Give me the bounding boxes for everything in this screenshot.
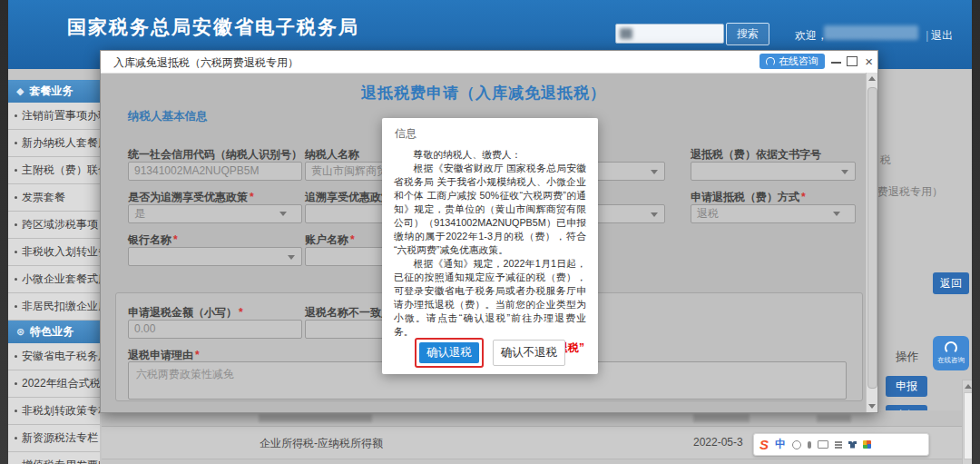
- chevron-down-icon: [833, 212, 840, 216]
- credit-code-input[interactable]: 91341002MA2NUQPB5M: [128, 162, 302, 181]
- sidebar-section-header[interactable]: ⊛ 特色业务: [8, 321, 100, 343]
- doc-number-dropdown[interactable]: [691, 162, 856, 181]
- info-dialog: 信息 尊敬的纳税人、缴费人： 根据《安徽省财政厅 国家税务总局安徽省税务局 关于…: [382, 118, 598, 374]
- scroll-up-icon[interactable]: [965, 384, 972, 389]
- dialog-paragraph: 根据《通知》规定，2022年1月1日起，已征的按照通知规定应予减征的税（费），可…: [394, 257, 586, 339]
- taxpayer-name-label: 纳税人名称: [305, 147, 359, 163]
- sidebar-item-label: 新办纳税人套餐服务: [22, 135, 100, 151]
- minimize-icon[interactable]: [831, 62, 841, 64]
- search-button[interactable]: 搜索: [726, 23, 769, 45]
- modal-scrollbar[interactable]: [866, 73, 877, 412]
- chevron-down-icon: [279, 212, 287, 216]
- left-edge-strip: [0, 0, 8, 464]
- bg-text-fragment-tax: 税: [880, 153, 891, 168]
- online-consult-button[interactable]: 在线咨询: [760, 54, 825, 69]
- sidebar-item[interactable]: 非居民扣缴企业所: [8, 293, 100, 321]
- sidebar-item[interactable]: 新资源税法专栏: [8, 425, 100, 452]
- sidebar-item[interactable]: 新办纳税人套餐服务: [8, 130, 100, 157]
- doc-number-label: 退抵税（费）依据文书字号: [691, 147, 821, 163]
- retro-policy-label: 追溯享受优惠政策: [305, 190, 392, 205]
- method-label: 申请退抵税（费）方式*: [691, 190, 806, 205]
- ime-chinese-mode-icon[interactable]: 中: [775, 437, 786, 452]
- dialog-paragraph: 根据《安徽省财政厅 国家税务总局安徽省税务局 关于我省小规模纳税人、小微企业和个…: [394, 162, 586, 257]
- bank-dropdown[interactable]: [128, 247, 302, 266]
- search-input[interactable]: [615, 24, 724, 44]
- amount-label: 申请退税金额（小写）*: [128, 305, 243, 321]
- bullet-icon: [15, 169, 17, 172]
- amount-input[interactable]: 0.00: [128, 320, 302, 339]
- decline-refund-button[interactable]: 确认不退税: [493, 340, 565, 366]
- sidebar-item[interactable]: 非税划转政策专栏: [8, 398, 100, 425]
- ime-keyboard-icon[interactable]: [818, 440, 828, 449]
- sidebar-item[interactable]: 安徽省电子税务局: [8, 343, 100, 370]
- headset-icon: [945, 341, 957, 354]
- sidebar-item-label: 主附税（费）联合: [22, 163, 100, 178]
- bullet-icon: [15, 142, 17, 144]
- chevron-down-icon: [288, 255, 295, 260]
- retro-dropdown[interactable]: 是: [128, 204, 302, 223]
- sidebar-item-label: 2022年组合式税: [22, 376, 100, 391]
- bullet-icon: [15, 251, 17, 253]
- sidebar-item[interactable]: 跨区域涉税事项: [8, 212, 100, 239]
- modal-title: 入库减免退抵税（六税两费退税专用）: [113, 55, 299, 71]
- ime-emoji-icon[interactable]: [792, 440, 801, 449]
- retro-label: 是否为追溯享受优惠政策*: [128, 190, 254, 205]
- scroll-down-icon[interactable]: [868, 404, 876, 409]
- section-icon: ◆: [16, 85, 24, 97]
- chevron-down-icon: [841, 170, 848, 174]
- sidebar-item[interactable]: 小微企业套餐式服: [8, 266, 100, 293]
- sidebar-section: ◆ 套餐业务 注销前置事项办理新办纳税人套餐服务主附税（费）联合发票套餐跨区域涉…: [8, 80, 100, 321]
- ime-mic-icon[interactable]: [808, 441, 811, 449]
- sidebar-item-label: 跨区域涉税事项: [22, 217, 98, 232]
- sidebar-item[interactable]: 注销前置事项办理: [8, 103, 100, 130]
- sidebar-item-label: 非居民扣缴企业所: [22, 299, 100, 314]
- dialog-greeting: 尊敬的纳税人、缴费人：: [394, 148, 586, 162]
- sidebar-item[interactable]: 2022年组合式税: [8, 370, 100, 398]
- bullet-icon: [15, 114, 17, 117]
- scrollbar-thumb[interactable]: [867, 87, 877, 389]
- sidebar-item[interactable]: 增值税专用发票电子化专栏: [8, 452, 100, 464]
- ime-toolbox-icon[interactable]: [863, 440, 871, 449]
- sidebar: ◆ 套餐业务 注销前置事项办理新办纳税人套餐服务主附税（费）联合发票套餐跨区域涉…: [8, 80, 100, 464]
- sidebar-item-label: 增值税专用发票电子化专栏: [22, 458, 100, 464]
- chevron-down-icon: [651, 170, 658, 174]
- red-highlight-box: 确认退税: [415, 338, 484, 368]
- mismatch-label: 退税名称不一致原: [305, 305, 392, 321]
- ime-more-icon[interactable]: [835, 444, 842, 446]
- close-icon[interactable]: ×: [865, 54, 873, 69]
- sidebar-item-label: 新资源税法专栏: [22, 430, 98, 446]
- sidebar-item[interactable]: 非税收入划转业务: [8, 239, 100, 266]
- float-button-label: 在线咨询: [937, 356, 965, 365]
- blurred-row-text: [259, 414, 372, 422]
- sidebar-section-header[interactable]: ◆ 套餐业务: [8, 80, 100, 103]
- right-edge-strip: [972, 0, 980, 464]
- declare-button[interactable]: 申报: [886, 376, 927, 397]
- dialog-title: 信息: [395, 126, 416, 142]
- username-redacted: [824, 25, 918, 40]
- bullet-icon: [15, 382, 17, 385]
- online-consult-label: 在线咨询: [779, 54, 818, 68]
- sidebar-item-label: 注销前置事项办理: [22, 108, 100, 123]
- bullet-icon: [15, 437, 17, 439]
- ime-skin-icon[interactable]: [848, 441, 857, 449]
- site-title: 国家税务总局安徽省电子税务局: [67, 15, 359, 40]
- method-dropdown[interactable]: 退税: [691, 204, 856, 223]
- account-label: 账户名称*: [305, 232, 355, 248]
- sogou-logo-icon[interactable]: S: [760, 437, 769, 452]
- sidebar-item[interactable]: 发票套餐: [8, 184, 100, 212]
- ime-toolbar[interactable]: S 中: [753, 433, 929, 456]
- blurred-row-date: [693, 414, 750, 422]
- bullet-icon: [15, 196, 17, 199]
- modal-titlebar: 入库减免退抵税（六税两费退税专用） 在线咨询 ×: [101, 51, 877, 74]
- bullet-icon: [15, 355, 17, 358]
- back-button[interactable]: 返回: [933, 272, 969, 294]
- sidebar-item-label: 非税收入划转业务: [22, 244, 100, 260]
- maximize-icon[interactable]: [847, 56, 858, 66]
- headset-icon: [766, 57, 775, 66]
- section-icon: ⊛: [16, 326, 24, 338]
- sidebar-item[interactable]: 主附税（费）联合: [8, 157, 100, 184]
- confirm-refund-button[interactable]: 确认退税: [419, 342, 479, 363]
- logout-link[interactable]: 退出: [931, 28, 953, 44]
- online-consult-float-button[interactable]: 在线咨询: [933, 336, 969, 370]
- scroll-up-icon[interactable]: [868, 76, 876, 81]
